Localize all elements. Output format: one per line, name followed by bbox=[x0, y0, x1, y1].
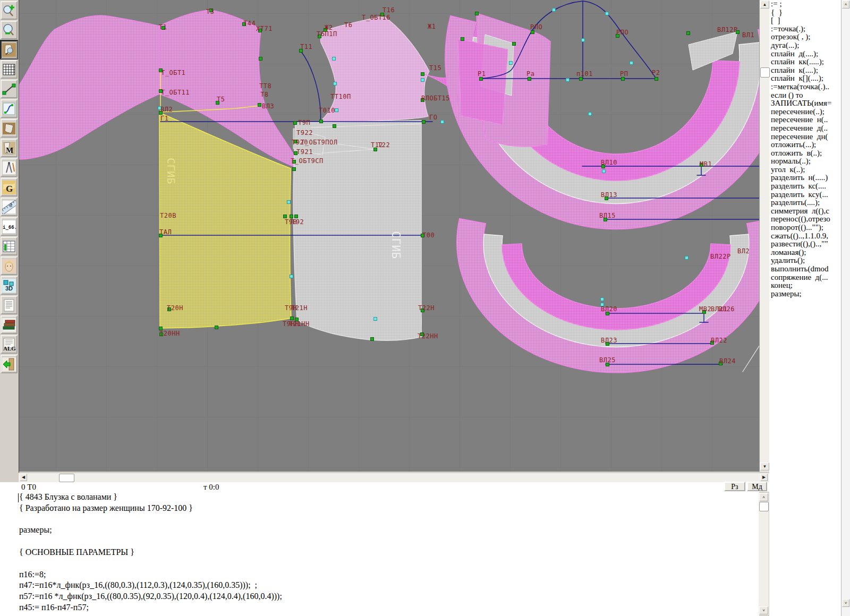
aux-marker bbox=[566, 78, 570, 82]
pattern-drawing bbox=[0, 0, 760, 472]
code-line bbox=[0, 536, 759, 547]
scroll-down-icon[interactable]: ▼ bbox=[760, 463, 769, 470]
command-item[interactable]: разделить кс(.... bbox=[769, 182, 841, 191]
command-item[interactable]: пересечение дн( bbox=[769, 133, 841, 141]
canvas-horizontal-scrollbar[interactable]: ◀ ▶ bbox=[19, 473, 769, 482]
command-item[interactable]: пересечение д(.. bbox=[769, 124, 841, 133]
grading-button[interactable]: G bbox=[1, 178, 18, 196]
command-item[interactable]: сплайн кк(.....); bbox=[769, 58, 841, 66]
rz-button[interactable]: Рз bbox=[724, 482, 745, 491]
editor-scroll-down-icon[interactable]: ˅ bbox=[759, 606, 768, 614]
pattern-m-button[interactable]: M bbox=[1, 139, 18, 157]
command-item[interactable]: если () то bbox=[769, 91, 841, 100]
command-item[interactable]: развести((),()..,"" bbox=[769, 240, 841, 249]
point-label: Т22 bbox=[378, 141, 390, 149]
view-3d-button[interactable]: 3D bbox=[1, 276, 18, 295]
point-label: Р1 bbox=[478, 70, 486, 78]
code-editor[interactable]: { 4843 Блузка с воланами }{ Разработано … bbox=[0, 492, 759, 616]
canvas-vscroll-thumb[interactable] bbox=[760, 67, 770, 78]
point-label: Т9П bbox=[298, 119, 310, 126]
md-button[interactable]: Мд bbox=[747, 482, 767, 491]
point-label: Т16 bbox=[382, 6, 395, 14]
segment-button[interactable] bbox=[1, 80, 18, 98]
canvas-vertical-scrollbar[interactable]: ▲ ▼ bbox=[759, 0, 769, 472]
panel-scroll-down-icon[interactable]: ˅ bbox=[842, 599, 849, 607]
point-label: Т21Н bbox=[291, 304, 308, 312]
code-line: п16:=8; bbox=[0, 569, 759, 580]
command-item[interactable]: сплайн к[](....); bbox=[769, 74, 841, 83]
command-item[interactable]: сплайн д(....); bbox=[769, 50, 841, 58]
point-label: ТТ8 bbox=[259, 82, 271, 90]
drawing-canvas[interactable]: Т3Т1Т44ХТ71Т_ОБТ1Т_ОБТ11Т5ТТ8Т8ВЛЗВЛ2Г1Ж… bbox=[0, 0, 760, 472]
command-item[interactable]: сопряжение д(... bbox=[769, 273, 841, 282]
zoom-in-button[interactable] bbox=[1, 1, 18, 20]
measurements-button[interactable]: 8 bbox=[1, 198, 18, 216]
editor-vscroll-thumb[interactable] bbox=[759, 502, 769, 511]
pattern-piece-button[interactable] bbox=[1, 119, 18, 138]
curve-button[interactable] bbox=[1, 99, 18, 118]
aux-marker bbox=[509, 61, 513, 65]
command-item[interactable]: отложить в(..); bbox=[769, 149, 841, 158]
command-item[interactable]: пересечение(..); bbox=[769, 108, 841, 116]
command-item[interactable]: разделить(....); bbox=[769, 199, 841, 207]
command-item[interactable]: ломаная(); bbox=[769, 249, 841, 257]
command-item[interactable]: отрезок( , ); bbox=[769, 33, 841, 41]
point-label: Т921 bbox=[296, 148, 313, 156]
command-item[interactable]: ЗАПИСАТЬ(имя= bbox=[769, 99, 841, 108]
command-item[interactable]: угол к(..); bbox=[769, 166, 841, 174]
command-item[interactable]: удалить(); bbox=[769, 256, 841, 265]
point-label: п101 bbox=[576, 70, 593, 78]
command-item[interactable]: разделить н(.....) bbox=[769, 174, 841, 182]
point-label: ВЛ26 bbox=[718, 305, 735, 313]
command-item[interactable]: := ; bbox=[769, 0, 841, 8]
panel-scroll-up-icon[interactable]: ˄ bbox=[842, 1, 849, 8]
command-item[interactable]: выполнить(dmod bbox=[769, 265, 841, 273]
command-item[interactable]: сжать(()..,1.1.0.9, bbox=[769, 232, 841, 241]
document-button[interactable] bbox=[1, 296, 18, 314]
command-item[interactable]: :=метка(точка(.).. bbox=[769, 83, 841, 91]
alg-button[interactable]: ALG bbox=[1, 335, 18, 354]
command-item[interactable]: { } bbox=[769, 8, 841, 17]
grid-button[interactable] bbox=[1, 60, 18, 79]
command-item[interactable]: отложить(...); bbox=[769, 141, 841, 149]
editor-vertical-scrollbar[interactable]: ˄ ˅ bbox=[759, 493, 769, 615]
command-item[interactable]: дуга(...); bbox=[769, 41, 841, 50]
point-label: Т11 bbox=[300, 43, 312, 50]
zoom-out-button[interactable] bbox=[1, 21, 18, 39]
scroll-up-icon[interactable]: ▲ bbox=[760, 1, 769, 8]
point-marker bbox=[333, 124, 336, 128]
view-piece-button[interactable] bbox=[1, 40, 18, 59]
exit-button[interactable] bbox=[1, 355, 18, 373]
point-marker bbox=[461, 37, 464, 41]
command-item[interactable]: перенос((),отрезо bbox=[769, 215, 841, 224]
aux-marker bbox=[287, 200, 291, 204]
point-marker bbox=[621, 77, 625, 81]
aux-marker bbox=[630, 61, 633, 65]
scroll-right-icon[interactable]: ▶ bbox=[760, 474, 768, 481]
scroll-left-icon[interactable]: ◀ bbox=[20, 474, 27, 481]
table-button[interactable] bbox=[1, 237, 18, 255]
code-line: размеры; bbox=[0, 525, 759, 536]
status-cursor: т 0:0 bbox=[203, 483, 219, 492]
panel-vertical-scrollbar[interactable]: ˄ ˅ bbox=[841, 0, 850, 616]
aux-marker bbox=[335, 108, 338, 112]
drawing-tools-button[interactable] bbox=[1, 158, 18, 177]
editor-scroll-up-icon[interactable]: ˄ bbox=[759, 493, 768, 501]
books-button[interactable] bbox=[1, 315, 18, 334]
command-item[interactable]: поворот(()...""); bbox=[769, 224, 841, 232]
command-item[interactable]: размеры; bbox=[769, 290, 841, 298]
command-item[interactable]: нормаль(..); bbox=[769, 157, 841, 166]
command-item[interactable]: разделить ксу(... bbox=[769, 191, 841, 199]
command-item[interactable]: [ ] bbox=[769, 16, 841, 25]
code-line: п45:= п16-п47-п57; bbox=[0, 602, 759, 613]
i66-button[interactable]: i_66. bbox=[1, 217, 18, 236]
command-item[interactable]: симметрия л((),с bbox=[769, 207, 841, 216]
command-item[interactable]: сплайн к(....); bbox=[769, 66, 841, 75]
command-item[interactable]: конец; bbox=[769, 281, 841, 290]
point-label: ВЛ10 bbox=[601, 159, 617, 166]
command-item[interactable]: :=точка(.); bbox=[769, 25, 841, 33]
point-marker bbox=[686, 31, 690, 35]
command-item[interactable]: пересечение н(.. bbox=[769, 116, 841, 124]
canvas-hscroll-thumb[interactable] bbox=[59, 474, 74, 482]
model-photo-button[interactable] bbox=[1, 256, 18, 275]
